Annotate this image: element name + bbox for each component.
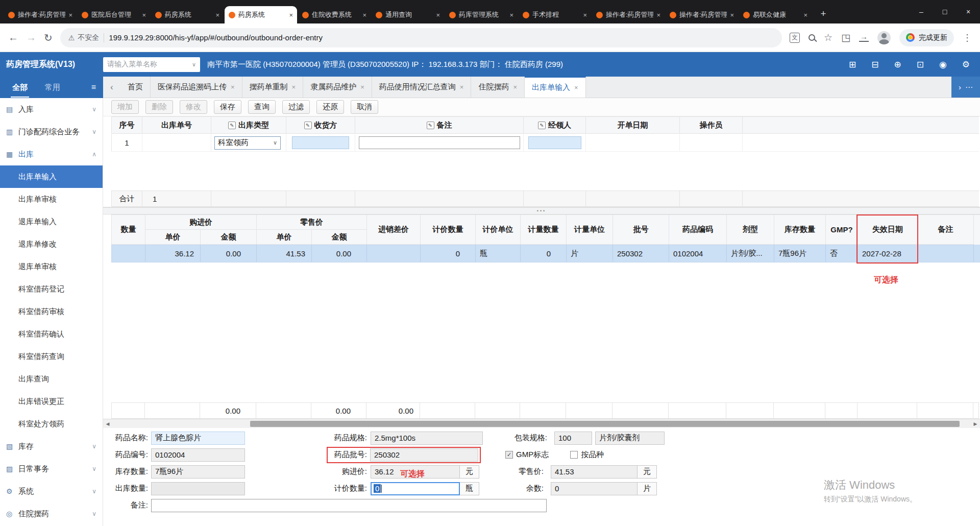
- downloads-icon[interactable]: →: [859, 33, 869, 42]
- sidebar-tab-frequent[interactable]: 常用: [45, 83, 60, 92]
- tab-close-icon[interactable]: ×: [360, 83, 364, 91]
- settings-gear-icon[interactable]: ⚙: [962, 59, 970, 70]
- tab-close-icon[interactable]: ×: [289, 11, 293, 19]
- refresh-icon[interactable]: ↻: [44, 32, 53, 44]
- translate-icon[interactable]: 文: [790, 33, 800, 43]
- minimize-button[interactable]: –: [910, 0, 933, 23]
- tab-close-icon[interactable]: ×: [513, 83, 517, 91]
- sidebar-group-outpatient-dispense[interactable]: ▥门诊配药综合业务∨: [0, 121, 103, 143]
- sidebar-item-dept-borrow-query[interactable]: 科室借药查询: [0, 345, 103, 368]
- pack-form-input[interactable]: 片剂/胶囊剂: [595, 432, 665, 445]
- tab-close-icon[interactable]: ×: [656, 11, 660, 19]
- tab-close-icon[interactable]: ×: [215, 11, 219, 19]
- sidebar-group-system[interactable]: ⚙系统∨: [0, 480, 103, 503]
- sidebar-group-inbound[interactable]: ▤入库∨: [0, 98, 103, 121]
- sidebar-item-return-entry[interactable]: 退库单输入: [0, 210, 103, 233]
- sidebar-item-dept-borrow-confirm[interactable]: 科室借药确认: [0, 323, 103, 345]
- hamburger-icon[interactable]: ≡: [91, 83, 96, 92]
- scroll-left-icon[interactable]: ◀: [103, 419, 112, 428]
- bookmark-star-icon[interactable]: ☆: [824, 32, 832, 43]
- sidebar-item-dept-borrow-review[interactable]: 科室借药审核: [0, 300, 103, 323]
- window-close-button[interactable]: ×: [957, 0, 980, 23]
- back-icon[interactable]: ←: [8, 32, 18, 43]
- eye-icon[interactable]: ◉: [939, 59, 947, 70]
- tab-close-icon[interactable]: ×: [803, 11, 807, 19]
- tab-close-icon[interactable]: ×: [362, 11, 366, 19]
- stock-qty-input[interactable]: 7瓶96片: [151, 465, 245, 479]
- sidebar-item-dept-borrow-register[interactable]: 科室借药登记: [0, 278, 103, 300]
- collector-input[interactable]: [528, 136, 581, 149]
- sidebar-group-outbound[interactable]: ▦出库∧: [0, 143, 103, 165]
- tab-close-icon[interactable]: ×: [509, 11, 513, 19]
- scan-icon[interactable]: ⊞: [849, 59, 856, 70]
- browser-tab[interactable]: 通用查询×: [372, 6, 444, 23]
- maximize-button[interactable]: □: [933, 0, 957, 23]
- remainder-input[interactable]: 0: [551, 482, 638, 495]
- tab-close-icon[interactable]: ×: [292, 83, 296, 91]
- sidebar-item-return-review[interactable]: 退库单审核: [0, 255, 103, 278]
- profile-avatar[interactable]: [877, 31, 891, 44]
- query-button[interactable]: 查询: [248, 100, 276, 114]
- drug-name-input[interactable]: 肾上腺色腙片: [151, 432, 245, 445]
- add-button[interactable]: 增加: [111, 100, 139, 114]
- browser-tab[interactable]: 药库管理系统×: [445, 6, 518, 23]
- by-variety-checkbox[interactable]: [570, 451, 578, 459]
- order-grid-row[interactable]: 1 科室领药∨: [111, 134, 979, 152]
- tab-close-icon[interactable]: ×: [68, 11, 72, 19]
- restore-button[interactable]: 还原: [316, 100, 344, 114]
- sidebar-item-outbound-entry[interactable]: 出库单输入: [0, 165, 103, 188]
- browser-tab-active[interactable]: 药房系统×: [225, 6, 297, 23]
- form-remark-input[interactable]: [151, 499, 547, 512]
- browser-tab[interactable]: 易联众健康×: [739, 6, 812, 23]
- horizontal-scrollbar[interactable]: ◀ ▶: [103, 419, 980, 428]
- update-chrome-button[interactable]: 完成更新: [899, 29, 954, 46]
- retail-price-input[interactable]: 41.53: [551, 465, 638, 479]
- message-icon[interactable]: ⊕: [894, 59, 901, 70]
- browser-tab[interactable]: 医院后台管理×: [78, 6, 150, 23]
- tab-close-icon[interactable]: ×: [231, 83, 235, 91]
- pane-splitter[interactable]: •••: [103, 207, 980, 214]
- filter-button[interactable]: 过滤: [282, 100, 310, 114]
- price-qty-input[interactable]: 0: [371, 482, 460, 495]
- sidebar-item-outbound-review[interactable]: 出库单审核: [0, 188, 103, 210]
- detail-grid-selected-row[interactable]: 36.12 0.00 41.53 0.00 0 瓶 0 片 250302 010…: [111, 245, 980, 262]
- browser-tab[interactable]: 操作者:药房管理×: [592, 6, 665, 23]
- modify-button[interactable]: 修改: [180, 100, 207, 114]
- outbound-qty-input[interactable]: [151, 482, 245, 495]
- tab-close-icon[interactable]: ×: [730, 11, 734, 19]
- batch-no-input[interactable]: 250302: [370, 448, 478, 462]
- tab-drug-usage-summary[interactable]: 药品使用情况汇总查询×: [372, 77, 472, 98]
- monitor-icon[interactable]: ⊟: [871, 59, 878, 70]
- sidebar-item-return-modify[interactable]: 退库单修改: [0, 233, 103, 255]
- browser-tab[interactable]: 手术排程×: [519, 6, 591, 23]
- tab-medicare-trace-upload[interactable]: 医保药品追溯码上传×: [151, 77, 242, 98]
- sidebar-group-daily-affairs[interactable]: ▨日常事务∨: [0, 458, 103, 480]
- chevron-right-icon[interactable]: ›: [959, 83, 961, 91]
- browser-tab[interactable]: 操作者:药房管理×: [4, 6, 77, 23]
- save-icon[interactable]: ⊡: [917, 59, 924, 70]
- browser-menu-icon[interactable]: ⋮: [963, 32, 972, 43]
- sidebar-group-stock[interactable]: ▧库存∨: [0, 435, 103, 458]
- more-tabs-icon[interactable]: ⋯: [965, 83, 973, 92]
- delete-button[interactable]: 删除: [145, 100, 173, 114]
- new-tab-button[interactable]: +: [816, 6, 831, 21]
- drug-spec-input[interactable]: 2.5mg*100s: [371, 432, 483, 445]
- forward-icon[interactable]: →: [26, 32, 36, 43]
- sidebar-tab-all[interactable]: 全部: [12, 83, 28, 92]
- security-chip[interactable]: ⚠ 不安全: [68, 33, 100, 42]
- tab-close-icon[interactable]: ×: [574, 84, 578, 91]
- outbound-type-select[interactable]: 科室领药∨: [214, 136, 281, 150]
- tab-dispense-list-rebuild[interactable]: 摆药单重制×: [242, 77, 304, 98]
- save-button[interactable]: 保存: [214, 100, 241, 114]
- pack-spec-input[interactable]: 100: [554, 432, 592, 445]
- gmp-checkbox[interactable]: ✓: [505, 451, 513, 459]
- extensions-icon[interactable]: ◳: [841, 32, 850, 43]
- chevron-left-icon[interactable]: ‹: [103, 77, 120, 98]
- tab-ward-dispense[interactable]: 住院摆药×: [471, 77, 525, 98]
- cancel-button[interactable]: 取消: [351, 100, 378, 114]
- tab-subordinate-drug-maintain[interactable]: 隶属药品维护×: [303, 77, 372, 98]
- browser-tab[interactable]: 操作者:药房管理×: [666, 6, 738, 23]
- tab-close-icon[interactable]: ×: [436, 11, 440, 19]
- sidebar-group-ward-dispense[interactable]: ◎住院摆药∨: [0, 503, 103, 525]
- browser-tab[interactable]: 药房系统×: [151, 6, 224, 23]
